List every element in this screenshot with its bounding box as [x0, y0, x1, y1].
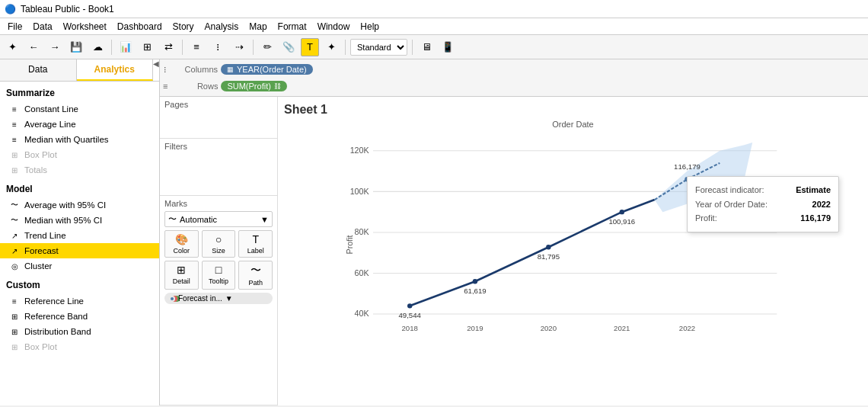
canvas-area: Pages Filters Marks 〜 Automatic ▼	[160, 97, 868, 405]
toolbar-text-btn[interactable]: T	[301, 38, 319, 56]
label-116179: 116,179	[674, 162, 700, 171]
marks-type-label: Automatic	[180, 215, 217, 224]
toolbar-rows-btn[interactable]: ≡	[187, 38, 206, 56]
filters-content	[164, 154, 273, 192]
toolbar-new-btn[interactable]: ✦	[3, 38, 21, 56]
toolbar-grid-btn[interactable]: ⊞	[138, 38, 156, 56]
rows-pill[interactable]: SUM(Profit) ⛓	[221, 81, 286, 91]
side-panels: Pages Filters Marks 〜 Automatic ▼	[160, 97, 278, 405]
marks-detail-btn[interactable]: ⊞ Detail	[164, 261, 199, 290]
section-custom: Custom	[0, 274, 159, 293]
marks-path-btn[interactable]: 〜 Path	[238, 261, 273, 290]
toolbar-save-btn[interactable]: 💾	[67, 38, 85, 56]
dot-2	[473, 279, 477, 284]
y-axis-label: Profit	[345, 235, 354, 254]
average-95ci-icon: 〜	[9, 200, 20, 210]
marks-size-btn[interactable]: ○ Size	[202, 230, 236, 258]
reference-line-icon: ≡	[9, 296, 20, 306]
forecast-pill[interactable]: Forecast in... ▼	[164, 293, 273, 304]
menu-format[interactable]: Format	[273, 20, 311, 34]
menu-bar: File Data Worksheet Dashboard Story Anal…	[0, 18, 868, 35]
toolbar-chart-btn[interactable]: 📊	[116, 38, 135, 56]
columns-shelf: ⫶ Columns ▦ YEAR(Order Date)	[160, 61, 868, 78]
toolbar-back-btn[interactable]: ←	[24, 38, 43, 56]
color-icon: 🎨	[175, 233, 188, 245]
tooltip-row-3: Profit: 116,179	[695, 211, 831, 226]
marks-label: Marks	[164, 199, 273, 208]
totals-icon: ⊞	[9, 165, 20, 175]
y-tick-60k: 60K	[355, 268, 370, 277]
section-model: Model	[0, 178, 159, 197]
item-constant-line[interactable]: ≡ Constant Line	[0, 101, 159, 117]
median-95ci-icon: 〜	[9, 215, 20, 226]
menu-data[interactable]: Data	[28, 20, 56, 34]
rows-label: Rows	[172, 82, 218, 91]
item-median-quartiles[interactable]: ≡ Median with Quartiles	[0, 132, 159, 147]
tooltip-icon: □	[215, 264, 222, 276]
toolbar-pen-btn[interactable]: ✏	[258, 38, 276, 56]
tooltip-value-2: 2022	[806, 197, 831, 212]
collapse-btn[interactable]: ◀	[153, 59, 159, 81]
rows-shelf: ≡ Rows SUM(Profit) ⛓	[160, 78, 868, 95]
item-box-plot-custom: ⊞ Box Plot	[0, 339, 159, 354]
rows-icon: ≡	[163, 82, 168, 91]
menu-worksheet[interactable]: Worksheet	[59, 20, 111, 34]
trend-line-icon: ↗	[9, 230, 20, 241]
menu-analysis[interactable]: Analysis	[200, 20, 244, 34]
menu-story[interactable]: Story	[168, 20, 199, 34]
app-icon: 🔵	[5, 4, 16, 14]
menu-file[interactable]: File	[3, 20, 27, 34]
toolbar-forward-btn[interactable]: →	[46, 38, 64, 56]
marks-tooltip-btn[interactable]: □ Tooltip	[202, 261, 236, 290]
menu-map[interactable]: Map	[244, 20, 271, 34]
marks-panel: Marks 〜 Automatic ▼ 🎨 Color ○ Size	[160, 196, 277, 405]
menu-dashboard[interactable]: Dashboard	[113, 20, 167, 34]
tab-data[interactable]: Data	[0, 59, 77, 81]
tooltip-label-3: Profit:	[695, 211, 717, 226]
toolbar-sep-1	[111, 40, 112, 55]
menu-help[interactable]: Help	[356, 20, 384, 34]
toolbar-sep-2	[182, 40, 183, 55]
item-reference-band[interactable]: ⊞ Reference Band	[0, 309, 159, 324]
item-distribution-band[interactable]: ⊞ Distribution Band	[0, 324, 159, 339]
cluster-icon: ◎	[9, 261, 20, 271]
toolbar-cols-btn[interactable]: ⫶	[209, 38, 227, 56]
columns-pill[interactable]: ▦ YEAR(Order Date)	[221, 64, 313, 75]
label-61619: 61,619	[464, 287, 486, 295]
item-reference-line[interactable]: ≡ Reference Line	[0, 293, 159, 309]
toolbar-publish-btn[interactable]: ☁	[88, 38, 107, 56]
marks-label-btn[interactable]: T Label	[238, 230, 273, 258]
toolbar-swap-btn[interactable]: ⇄	[159, 38, 177, 56]
label-49544: 49,544	[398, 311, 421, 319]
toolbar-phone-btn[interactable]: 📱	[439, 38, 457, 56]
menu-window[interactable]: Window	[313, 20, 355, 34]
chart-title: Sheet 1	[284, 103, 862, 117]
label-100916: 100,916	[608, 217, 635, 226]
tooltip-box: Forecast indicator: Estimate Year of Ord…	[687, 176, 839, 232]
toolbar-fit-btn[interactable]: ⇢	[230, 38, 248, 56]
item-cluster[interactable]: ◎ Cluster	[0, 258, 159, 274]
item-average-95ci[interactable]: 〜 Average with 95% CI	[0, 197, 159, 213]
pages-label: Pages	[164, 100, 273, 109]
path-icon: 〜	[251, 264, 261, 277]
forecast-pill-label: Forecast in...	[178, 294, 222, 303]
item-average-line[interactable]: ≡ Average Line	[0, 117, 159, 132]
left-panel: Data Analytics ◀ Summarize ≡ Constant Li…	[0, 59, 160, 405]
app-title: Tableau Public - Book1	[21, 4, 114, 14]
toolbar-star-btn[interactable]: ✦	[322, 38, 340, 56]
toolbar-device-btn[interactable]: 🖥	[417, 38, 436, 56]
tab-analytics[interactable]: Analytics	[77, 59, 154, 81]
item-trend-line[interactable]: ↗ Trend Line	[0, 228, 159, 243]
marks-color-btn[interactable]: 🎨 Color	[164, 230, 199, 258]
standard-dropdown[interactable]: Standard	[350, 39, 407, 56]
x-label-2020: 2020	[541, 324, 557, 332]
item-forecast[interactable]: ↗ Forecast	[0, 243, 159, 258]
columns-pill-icon: ▦	[227, 66, 234, 73]
dot-1	[407, 303, 412, 308]
marks-type-dropdown[interactable]: 〜 Automatic ▼	[164, 211, 273, 227]
y-tick-120k: 120K	[350, 146, 370, 155]
toolbar-sep-4	[345, 40, 346, 55]
x-axis-title: Order Date	[284, 120, 862, 129]
item-median-95ci[interactable]: 〜 Median with 95% CI	[0, 213, 159, 228]
toolbar-pin-btn[interactable]: 📎	[279, 38, 298, 56]
